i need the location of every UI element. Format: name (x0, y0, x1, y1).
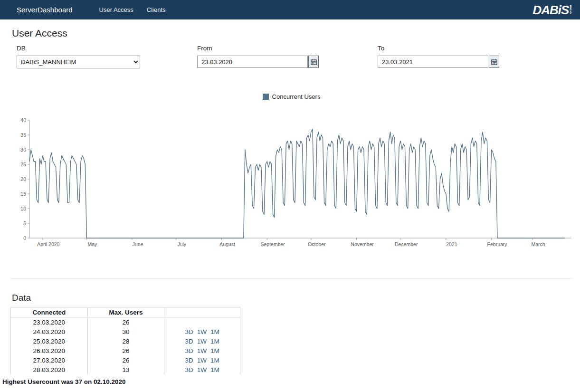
table-row: 24.03.2020303D1W1M (11, 327, 240, 336)
to-date-group (378, 56, 499, 68)
svg-text:35: 35 (20, 132, 26, 138)
svg-text:August: August (219, 241, 235, 247)
table-row: 23.03.202026 (11, 317, 240, 327)
legend-label: Concurrent Users (272, 93, 321, 100)
max-users-cell: 26 (87, 317, 164, 327)
dabis-logo-text: DABiS (532, 4, 569, 16)
svg-text:30: 30 (20, 147, 26, 153)
db-filter: DB DABiS_MANNHEIM (17, 45, 140, 68)
range-link-3d[interactable]: 3D (185, 328, 193, 335)
range-links-cell: 3D1W1M (164, 327, 240, 336)
dabis-logo: DABiS 800 (532, 4, 571, 16)
col-header-max-users: Max. Users (87, 307, 164, 317)
navbar: ServerDashboard User Access Clients DABi… (0, 0, 580, 19)
section-divider (10, 278, 572, 278)
page-title: User Access (12, 28, 572, 39)
svg-text:November: November (351, 241, 374, 247)
range-links-cell: 3D1W1M (164, 365, 240, 374)
svg-text:December: December (395, 241, 418, 247)
range-link-3d[interactable]: 3D (185, 366, 193, 373)
filter-row: DB DABiS_MANNHEIM From (17, 45, 572, 68)
svg-text:2021: 2021 (446, 241, 457, 247)
max-users-cell: 30 (87, 327, 164, 336)
svg-text:40: 40 (20, 117, 26, 123)
range-link-3d[interactable]: 3D (185, 357, 193, 364)
logo-suffix: 800 (570, 5, 571, 15)
from-calendar-button[interactable] (308, 56, 319, 68)
usage-table: Connected Max. Users 23.03.20202624.03.2… (10, 307, 240, 374)
max-users-cell: 26 (87, 346, 164, 355)
nav-item-user-access[interactable]: User Access (93, 6, 140, 13)
svg-text:5: 5 (23, 220, 26, 226)
connected-date-cell: 26.03.2020 (11, 346, 88, 355)
line-chart-svg: 0510152025303540April 2020MayJuneJulyAug… (10, 115, 572, 257)
svg-text:15: 15 (20, 191, 26, 197)
calendar-icon (311, 59, 317, 65)
range-link-1w[interactable]: 1W (197, 347, 207, 354)
data-section-title: Data (12, 293, 572, 303)
range-link-1m[interactable]: 1M (210, 357, 219, 364)
nav-item-clients[interactable]: Clients (140, 6, 172, 13)
range-link-1m[interactable]: 1M (210, 328, 219, 335)
svg-text:20: 20 (20, 176, 26, 182)
from-label: From (197, 45, 319, 52)
range-links-cell: 3D1W1M (164, 336, 240, 346)
svg-text:February: February (487, 241, 508, 247)
range-link-1m[interactable]: 1M (210, 366, 219, 373)
to-label: To (378, 45, 499, 52)
range-link-1w[interactable]: 1W (197, 357, 207, 364)
svg-text:May: May (87, 241, 97, 247)
range-links-cell: 3D1W1M (164, 355, 240, 365)
chart-legend: Concurrent Users (10, 93, 572, 100)
svg-text:March: March (531, 241, 545, 247)
table-row: 28.03.2020133D1W1M (11, 365, 240, 374)
db-select[interactable]: DABiS_MANNHEIM (17, 56, 140, 68)
legend-swatch (263, 94, 269, 100)
max-users-cell: 28 (87, 336, 164, 346)
svg-text:September: September (261, 241, 285, 247)
svg-text:July: July (177, 241, 186, 247)
to-calendar-button[interactable] (489, 56, 499, 68)
table-row: 25.03.2020283D1W1M (11, 336, 240, 346)
connected-date-cell: 23.03.2020 (11, 317, 88, 327)
highest-usercount-note: Highest Usercount was 37 on 02.10.2020 (2, 378, 572, 385)
svg-text:June: June (133, 241, 143, 247)
page-content: User Access DB DABiS_MANNHEIM From (0, 28, 580, 385)
app-brand[interactable]: ServerDashboard (17, 6, 73, 14)
svg-text:0: 0 (23, 235, 26, 241)
svg-text:October: October (308, 241, 326, 247)
from-filter: From (197, 45, 319, 68)
connected-date-cell: 27.03.2020 (11, 355, 88, 365)
calendar-icon (491, 59, 497, 65)
range-link-3d[interactable]: 3D (185, 347, 193, 354)
connected-date-cell: 25.03.2020 (11, 336, 88, 346)
range-links-cell (164, 317, 240, 327)
connected-date-cell: 24.03.2020 (11, 327, 88, 336)
db-label: DB (17, 45, 140, 52)
connected-date-cell: 28.03.2020 (11, 365, 88, 374)
range-link-1m[interactable]: 1M (210, 347, 219, 354)
max-users-cell: 13 (87, 365, 164, 374)
svg-text:25: 25 (20, 162, 26, 167)
col-header-connected: Connected (11, 307, 88, 317)
concurrent-users-chart: 0510152025303540April 2020MayJuneJulyAug… (10, 115, 572, 257)
from-date-input[interactable] (197, 56, 308, 68)
table-row: 27.03.2020263D1W1M (11, 355, 240, 365)
range-link-1m[interactable]: 1M (210, 338, 219, 345)
range-link-1w[interactable]: 1W (197, 366, 207, 373)
max-users-cell: 26 (87, 355, 164, 365)
table-header-row: Connected Max. Users (11, 307, 240, 317)
svg-text:10: 10 (20, 206, 26, 211)
svg-text:April 2020: April 2020 (37, 241, 59, 247)
to-date-input[interactable] (378, 56, 488, 68)
col-header-actions (164, 307, 240, 317)
range-link-1w[interactable]: 1W (197, 338, 207, 345)
range-link-3d[interactable]: 3D (185, 338, 193, 345)
table-row: 26.03.2020263D1W1M (11, 346, 240, 355)
range-link-1w[interactable]: 1W (197, 328, 207, 335)
range-links-cell: 3D1W1M (164, 346, 240, 355)
from-date-group (197, 56, 319, 68)
to-filter: To (378, 45, 499, 68)
